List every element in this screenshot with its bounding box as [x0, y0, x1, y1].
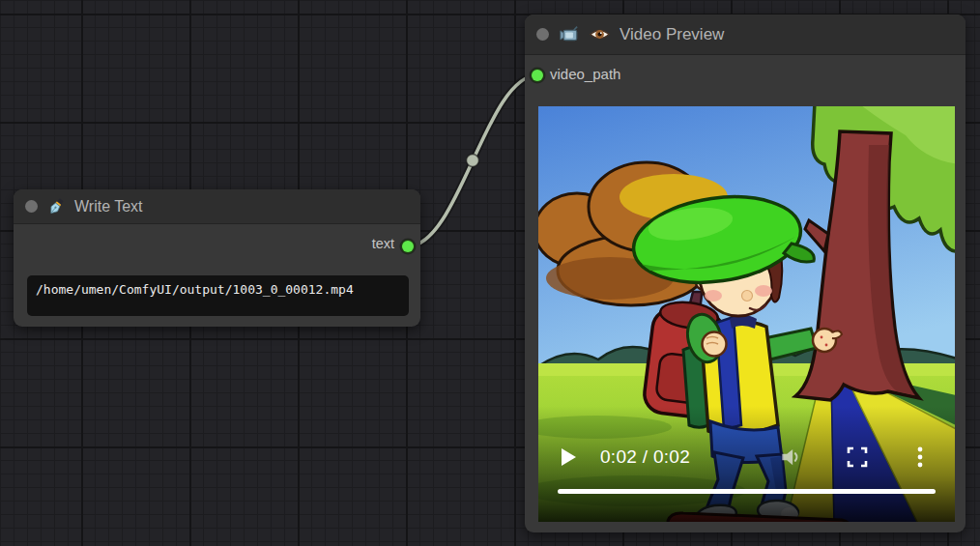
node-title: Video Preview — [620, 25, 724, 44]
node-header[interactable]: Write Text — [14, 189, 420, 224]
fullscreen-button[interactable] — [847, 446, 868, 468]
input-slot-label: video_path — [550, 66, 620, 82]
node-video-preview[interactable]: Video Preview video_path — [525, 14, 966, 532]
text-widget[interactable]: /home/umen/ComfyUI/output/1003_0_00012.m… — [27, 275, 409, 316]
play-button[interactable] — [562, 448, 576, 466]
video-progress-bar[interactable] — [558, 489, 936, 494]
collapse-dot[interactable] — [25, 200, 38, 213]
collapse-dot[interactable] — [536, 28, 549, 41]
input-port-video-path[interactable] — [532, 70, 543, 81]
pen-nib-icon — [46, 197, 66, 216]
node-header[interactable]: Video Preview — [525, 14, 966, 55]
movie-camera-icon — [558, 23, 580, 45]
output-port-text[interactable] — [402, 241, 414, 252]
node-write-text[interactable]: Write Text text /home/umen/ComfyUI/outpu… — [14, 189, 420, 327]
node-title: Write Text — [74, 198, 143, 216]
output-slot-label: text — [372, 236, 394, 251]
time-display: 0:02 / 0:02 — [600, 446, 690, 468]
node-editor-canvas[interactable]: Write Text text /home/umen/ComfyUI/outpu… — [0, 0, 980, 546]
wire-midpoint-dot — [467, 155, 479, 167]
video-player[interactable]: 0:02 / 0:02 — [538, 106, 955, 522]
eye-icon — [589, 23, 611, 45]
more-options-button[interactable] — [916, 445, 924, 469]
mute-button[interactable] — [778, 445, 803, 470]
